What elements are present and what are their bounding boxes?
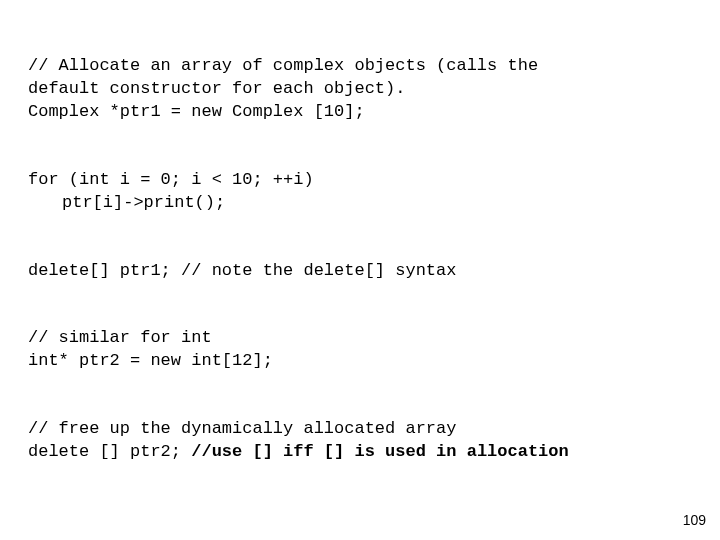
- code-line: delete [] ptr2;: [28, 442, 191, 461]
- code-line: delete[] ptr1; // note the delete[] synt…: [28, 261, 456, 280]
- code-line: // Allocate an array of complex objects …: [28, 56, 538, 75]
- code-block-2: for (int i = 0; i < 10; ++i) ptr[i]->pri…: [28, 146, 692, 215]
- code-block-4: // similar for int int* ptr2 = new int[1…: [28, 304, 692, 373]
- code-line: int* ptr2 = new int[12];: [28, 351, 273, 370]
- code-line: ptr[i]->print();: [28, 193, 225, 212]
- code-line: // similar for int: [28, 328, 212, 347]
- slide: // Allocate an array of complex objects …: [0, 0, 720, 540]
- code-line: Complex *ptr1 = new Complex [10];: [28, 102, 365, 121]
- code-line: default constructor for each object).: [28, 79, 405, 98]
- code-line: for (int i = 0; i < 10; ++i): [28, 170, 314, 189]
- code-block-3: delete[] ptr1; // note the delete[] synt…: [28, 237, 692, 283]
- code-line-bold: //use [] iff [] is used in allocation: [191, 442, 568, 461]
- code-block-5: // free up the dynamically allocated arr…: [28, 395, 692, 464]
- code-block-1: // Allocate an array of complex objects …: [28, 32, 692, 124]
- code-line: // free up the dynamically allocated arr…: [28, 419, 456, 438]
- page-number: 109: [683, 511, 706, 530]
